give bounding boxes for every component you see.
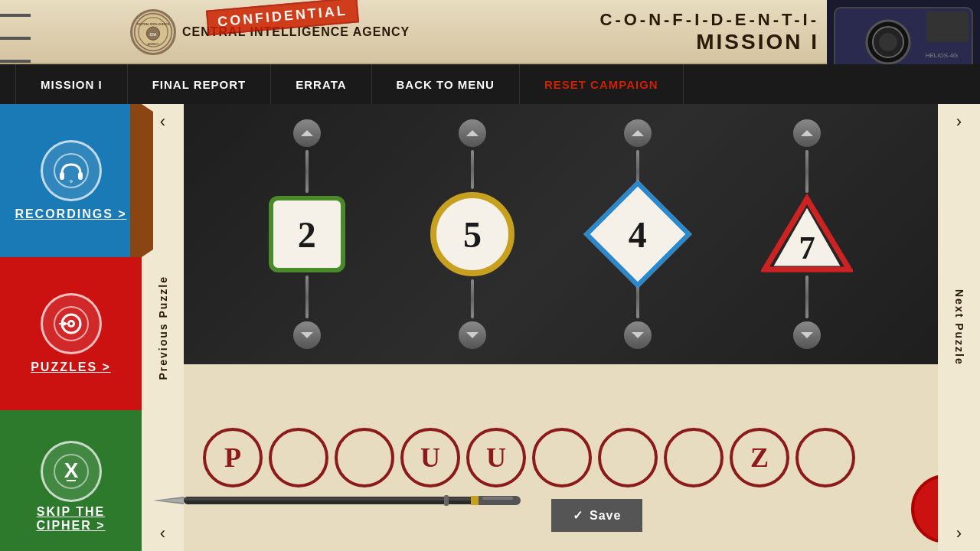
cipher-circle-3[interactable]: U xyxy=(400,428,460,487)
paper-right: Next Puzzle › › xyxy=(938,104,980,551)
cia-seal: CENTRAL INTELLIGENCE CIA AGENCY xyxy=(130,9,176,55)
svg-rect-23 xyxy=(444,495,449,506)
svg-text:X: X xyxy=(64,458,78,482)
left-sidebar: RECORDINGS > PUZZLES > X xyxy=(0,104,142,551)
slider-3: 4 xyxy=(599,119,676,349)
cipher-circle-1[interactable] xyxy=(269,428,328,487)
cipher-circle-9[interactable] xyxy=(795,428,855,487)
skip-label: SKIP THE CIPHER > xyxy=(36,505,105,533)
puzzles-label: PUZZLES > xyxy=(31,360,111,374)
cipher-circle-4[interactable]: U xyxy=(466,428,526,487)
symbol-diamond: 4 xyxy=(583,180,691,288)
prev-arrow-bottom: ‹ xyxy=(160,523,165,543)
next-arrow-bottom: › xyxy=(956,523,962,543)
save-label: Save xyxy=(590,509,621,523)
svg-text:HELIOS-4G: HELIOS-4G xyxy=(926,52,959,59)
cipher-circle-2[interactable] xyxy=(335,428,394,487)
svg-marker-38 xyxy=(64,321,68,326)
slider-2-down[interactable] xyxy=(459,321,486,349)
next-arrow-top[interactable]: › xyxy=(956,112,962,132)
svg-rect-30 xyxy=(60,172,64,180)
slider-2-up[interactable] xyxy=(459,119,486,147)
nav-final-report[interactable]: Final Report xyxy=(128,64,272,104)
svg-rect-27 xyxy=(482,497,513,500)
cipher-circle-6[interactable] xyxy=(598,428,658,487)
svg-rect-31 xyxy=(78,172,83,180)
svg-text:7: 7 xyxy=(799,230,815,266)
svg-rect-28 xyxy=(471,496,479,505)
nav-reset-campaign[interactable]: Reset Campaign xyxy=(520,64,684,104)
slider-1-down[interactable] xyxy=(293,321,321,349)
svg-point-11 xyxy=(879,33,897,51)
puzzle-area: 2 5 4 xyxy=(180,104,942,364)
nav-mission-i[interactable]: MISSION I xyxy=(15,64,128,104)
cipher-circle-5[interactable] xyxy=(532,428,592,487)
sidebar-recordings[interactable]: RECORDINGS > xyxy=(0,104,142,257)
slider-1-up[interactable] xyxy=(293,119,321,147)
slider-4-up[interactable] xyxy=(793,119,821,147)
puzzles-icon-circle xyxy=(41,293,102,354)
recordings-icon-circle xyxy=(41,140,102,201)
cipher-circles-row: PUUZ xyxy=(203,428,919,487)
symbol-triangle: 7 xyxy=(761,196,853,272)
cipher-circle-0[interactable]: P xyxy=(203,428,263,487)
recordings-label: RECORDINGS > xyxy=(15,207,126,221)
skip-icon-circle: X xyxy=(41,441,102,502)
symbol-square: 2 xyxy=(269,196,345,272)
nav-back-to-menu[interactable]: Back to Menu xyxy=(372,64,520,104)
svg-point-36 xyxy=(70,322,73,325)
svg-text:CIA: CIA xyxy=(150,32,157,37)
slider-3-down[interactable] xyxy=(624,321,652,349)
save-button[interactable]: ✓ Save xyxy=(551,499,642,532)
slider-2: 5 xyxy=(430,119,514,349)
cipher-circle-8[interactable]: Z xyxy=(730,428,789,487)
mission-title: MISSION I xyxy=(696,30,819,54)
header-area: CENTRAL INTELLIGENCE CIA AGENCY CENTRAL … xyxy=(0,0,980,64)
svg-text:CENTRAL INTELLIGENCE: CENTRAL INTELLIGENCE xyxy=(137,23,170,26)
header-right: C-O-N-F-I-D-E-N-T-I- MISSION I xyxy=(600,0,828,64)
symbol-circle: 5 xyxy=(430,192,514,276)
svg-rect-8 xyxy=(926,11,969,42)
sidebar-puzzles[interactable]: PUZZLES > xyxy=(0,257,142,410)
prev-arrow-top[interactable]: ‹ xyxy=(160,112,165,132)
svg-rect-22 xyxy=(184,497,475,500)
cipher-circle-7[interactable] xyxy=(664,428,724,487)
slider-1: 2 xyxy=(269,119,345,349)
slider-4: 7 xyxy=(761,119,853,349)
nav-errata[interactable]: Errata xyxy=(271,64,371,104)
pen-decoration xyxy=(153,492,521,509)
next-puzzle-label: Next Puzzle xyxy=(953,289,965,366)
slider-4-down[interactable] xyxy=(793,321,821,349)
sidebar-skip[interactable]: X SKIP THE CIPHER > xyxy=(0,410,142,551)
svg-text:AGENCY: AGENCY xyxy=(148,43,159,46)
slider-3-up[interactable] xyxy=(624,119,652,147)
nav-bar: MISSION I Final Report Errata Back to Me… xyxy=(0,64,980,104)
save-checkmark: ✓ xyxy=(573,508,583,523)
prev-puzzle-label: Previous Puzzle xyxy=(157,276,169,380)
svg-point-32 xyxy=(70,180,73,183)
confidential-text: C-O-N-F-I-D-E-N-T-I- xyxy=(600,10,820,30)
